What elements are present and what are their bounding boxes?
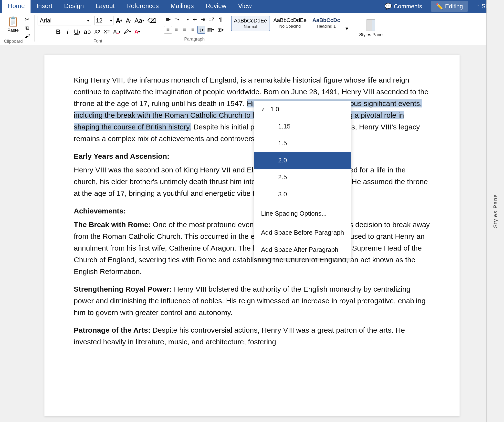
cut-icon: ✂ — [25, 16, 30, 23]
style-normal-preview: AaBbCcDdEe — [234, 18, 267, 24]
paragraph-2: Henry VIII was the second son of King He… — [74, 164, 430, 199]
borders-button[interactable]: ⊞▾ — [216, 26, 225, 34]
add-space-after-item[interactable]: Add Space After Paragraph — [254, 241, 351, 258]
paragraph-label: Paragraph — [184, 36, 205, 42]
style-no-spacing-preview: AaBbCcDdEe — [273, 17, 307, 23]
cut-button[interactable]: ✂ — [23, 16, 32, 23]
spacing-1-15-item[interactable]: 1.15 — [254, 118, 351, 135]
ribbon-toolbar: 📋 Paste ✂ ⧉ 🖌 Clipboard Arial ▾ 12 ▾ — [0, 13, 504, 45]
decrease-indent-button[interactable]: ⇤ — [191, 16, 199, 23]
align-left-button[interactable]: ≡ — [164, 26, 172, 34]
add-space-before-item[interactable]: Add Space Before Paragraph — [254, 224, 351, 241]
spacing-3-0-item[interactable]: 3.0 — [254, 186, 351, 203]
font-size-value: 12 — [96, 17, 110, 24]
bold-button[interactable]: B — [54, 28, 63, 36]
document-page: King Henry VIII, the infamous monarch of… — [44, 55, 460, 416]
paragraph-4: Strengthening Royal Power: Henry VIII bo… — [74, 283, 430, 318]
style-normal-label: Normal — [244, 24, 257, 29]
format-painter-button[interactable]: 🖌 — [23, 32, 32, 40]
tab-home[interactable]: Home — [2, 0, 31, 13]
paragraph-group: ≡▾ ⁼▾ ≣▾ ⇤ ⇥ ↕Z ¶ ≡ ≡ ≡ ≡ ↕▾ ▨▾ ⊞▾ Parag… — [162, 15, 228, 42]
spacing-2-0-item[interactable]: 2.0 — [254, 152, 351, 169]
paragraph-1: King Henry VIII, the infamous monarch of… — [74, 74, 430, 145]
paragraph-4-heading: Strengthening Royal Power: — [74, 285, 172, 293]
justify-button[interactable]: ≡ — [189, 26, 197, 34]
strikethrough-button[interactable]: ab — [82, 28, 92, 36]
paste-label: Paste — [7, 28, 19, 33]
tab-view[interactable]: View — [232, 0, 258, 13]
copy-button[interactable]: ⧉ — [23, 24, 32, 32]
heading-early-years: Early Years and Ascension: — [74, 150, 430, 162]
clipboard-stack: ✂ ⧉ 🖌 — [23, 16, 32, 40]
line-spacing-button[interactable]: ↕▾ — [197, 26, 205, 34]
tab-bar: Home Insert Design Layout References Mai… — [0, 0, 504, 13]
sort-button[interactable]: ↕Z — [207, 16, 216, 23]
more-styles-button[interactable]: ▾ — [344, 24, 350, 33]
document-area: King Henry VIII, the infamous monarch of… — [0, 45, 504, 422]
numbering-button[interactable]: ⁼▾ — [173, 16, 181, 23]
show-formatting-button[interactable]: ¶ — [217, 16, 224, 23]
styles-pane-button[interactable]: Styles Pane — [357, 17, 385, 39]
bullets-button[interactable]: ≡▾ — [165, 16, 172, 23]
tab-insert[interactable]: Insert — [31, 0, 58, 13]
subscript-button[interactable]: X2 — [93, 28, 102, 36]
tab-review[interactable]: Review — [200, 0, 232, 13]
comments-label: Comments — [394, 3, 422, 10]
style-no-spacing-button[interactable]: AaBbCcDdEe No Spacing — [271, 16, 309, 30]
align-right-button[interactable]: ≡ — [181, 26, 189, 34]
italic-button[interactable]: I — [63, 28, 72, 36]
font-size-increase-button[interactable]: A+ — [114, 17, 124, 24]
style-no-spacing-label: No Spacing — [279, 24, 301, 29]
styles-pane-sidebar-label: Styles Pane — [492, 194, 499, 228]
tab-mailings[interactable]: Mailings — [165, 0, 200, 13]
paragraph-row-2: ≡ ≡ ≡ ≡ ↕▾ ▨▾ ⊞▾ — [164, 26, 225, 34]
clipboard-group: 📋 Paste ✂ ⧉ 🖌 Clipboard — [2, 15, 35, 42]
text-color-button[interactable]: A_▾ — [112, 28, 122, 36]
line-spacing-options-item[interactable]: Line Spacing Options... — [254, 205, 351, 222]
font-group: Arial ▾ 12 ▾ A+ A- Aa▾ ⌫ B I U▾ ab X2 X2 — [36, 15, 161, 44]
styles-pane-label: Styles Pane — [359, 32, 383, 37]
paste-button[interactable]: 📋 Paste — [4, 15, 22, 34]
multilevel-list-button[interactable]: ≣▾ — [181, 16, 190, 23]
change-case-button[interactable]: Aa▾ — [133, 17, 146, 24]
spacing-1-0-item[interactable]: 1.0 — [254, 101, 351, 118]
paragraph-3: The Break with Rome: One of the most pro… — [74, 219, 430, 277]
dropdown-divider-2 — [254, 223, 351, 223]
copy-icon: ⧉ — [25, 25, 29, 31]
tab-layout[interactable]: Layout — [90, 0, 120, 13]
font-name-value: Arial — [40, 17, 87, 24]
superscript-button[interactable]: X2 — [102, 28, 111, 36]
font-name-selector[interactable]: Arial ▾ — [38, 16, 91, 25]
styles-pane-icon — [367, 19, 375, 31]
heading-achievements: Achievements: — [74, 205, 430, 217]
style-normal-button[interactable]: AaBbCcDdEe Normal — [231, 16, 270, 31]
font-color-button[interactable]: A▾ — [133, 28, 142, 36]
clear-formatting-button[interactable]: ⌫ — [146, 17, 158, 24]
font-name-chevron: ▾ — [87, 18, 89, 23]
paste-icon: 📋 — [7, 16, 19, 27]
increase-indent-button[interactable]: ⇥ — [199, 16, 207, 23]
shading-button[interactable]: ▨▾ — [206, 26, 215, 34]
font-size-decrease-button[interactable]: A- — [124, 17, 133, 24]
clipboard-label: Clipboard — [4, 38, 23, 44]
spacing-2-5-item[interactable]: 2.5 — [254, 169, 351, 186]
tab-references[interactable]: References — [120, 0, 165, 13]
font-size-selector[interactable]: 12 ▾ — [94, 16, 114, 25]
paragraph-5: Patronage of the Arts: Despite his contr… — [74, 324, 430, 348]
underline-button[interactable]: U▾ — [73, 28, 82, 36]
font-label: Font — [93, 38, 102, 44]
tab-design[interactable]: Design — [58, 0, 90, 13]
style-heading1-label: Heading 1 — [317, 24, 336, 29]
comments-button[interactable]: 💬 Comments — [380, 1, 427, 12]
editing-button[interactable]: ✏️ Editing — [431, 1, 468, 12]
highlight-color-button[interactable]: 🖍▾ — [122, 28, 132, 36]
ribbon-container: Home Insert Design Layout References Mai… — [0, 0, 504, 45]
format-painter-icon: 🖌 — [25, 33, 30, 39]
font-row-2: B I U▾ ab X2 X2 A_▾ 🖍▾ A▾ — [54, 28, 142, 36]
align-center-button[interactable]: ≡ — [172, 26, 180, 34]
spacing-1-5-item[interactable]: 1.5 — [254, 135, 351, 152]
font-size-chevron: ▾ — [110, 18, 112, 23]
style-heading1-button[interactable]: AaBbCcDc Heading 1 — [310, 16, 343, 30]
editing-icon: ✏️ — [436, 3, 443, 10]
styles-pane-group: Styles Pane — [354, 15, 388, 42]
